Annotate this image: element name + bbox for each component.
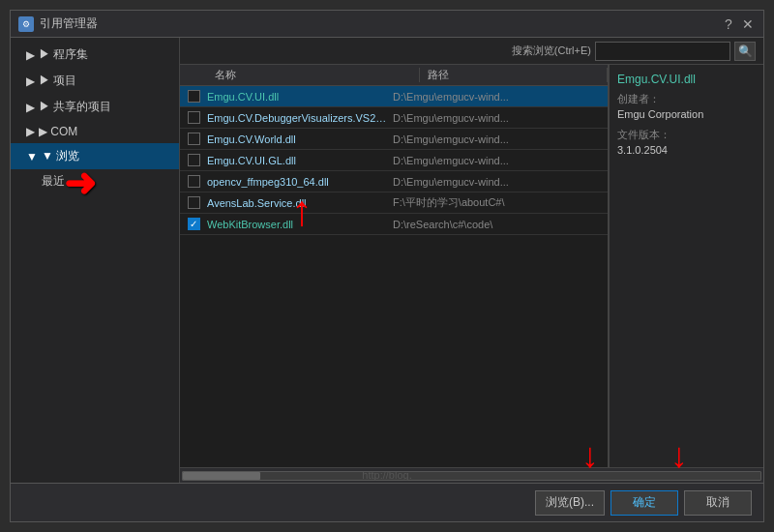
checkbox-row2[interactable] bbox=[188, 133, 200, 145]
checkbox-row0[interactable] bbox=[188, 90, 200, 103]
sidebar-item-com[interactable]: ▶ ▶ COM bbox=[11, 120, 179, 143]
file-name: Emgu.CV.World.dll bbox=[207, 133, 393, 145]
version-value: 3.1.0.2504 bbox=[617, 144, 756, 156]
shared-arrow: ▶ bbox=[26, 101, 35, 114]
table-row[interactable]: Emgu.CV.UI.GL.dll D:\Emgu\emgucv-wind... bbox=[180, 150, 608, 171]
checkbox-row3[interactable] bbox=[188, 154, 200, 166]
file-name: AvensLab.Service.dll bbox=[207, 197, 393, 209]
check-col bbox=[180, 154, 207, 166]
details-panel: Emgu.CV.UI.dll 创建者： Emgu Corporation 文件版… bbox=[609, 65, 763, 467]
sidebar-item-shared[interactable]: ▶ ▶ 共享的项目 bbox=[11, 94, 179, 120]
main-area: 搜索浏览(Ctrl+E) 🔍 名称 路径 bbox=[180, 38, 763, 483]
sidebar-item-browse[interactable]: ▼ ▼ 浏览 bbox=[11, 143, 179, 169]
watermark: http://blog. bbox=[362, 469, 411, 481]
window-controls: ? ✕ bbox=[721, 16, 756, 32]
cancel-button[interactable]: 取消 bbox=[684, 490, 752, 516]
file-list-panel: 名称 路径 Emgu.CV.UI.dll D:\Emgu\emgucv-wind… bbox=[180, 65, 609, 467]
file-name: Emgu.CV.UI.GL.dll bbox=[207, 155, 393, 166]
check-col bbox=[180, 111, 207, 124]
table-row[interactable]: opencv_ffmpeg310_64.dll D:\Emgu\emgucv-w… bbox=[180, 171, 608, 192]
app-icon: ⚙ bbox=[18, 16, 34, 32]
horizontal-scrollbar[interactable] bbox=[180, 467, 763, 483]
browse-arrow: ▼ bbox=[26, 150, 38, 163]
search-bar: 搜索浏览(Ctrl+E) 🔍 bbox=[180, 38, 763, 65]
checkbox-row4[interactable] bbox=[188, 175, 200, 188]
project-arrow: ▶ bbox=[26, 74, 35, 88]
scrollbar-thumb[interactable] bbox=[183, 472, 260, 480]
detail-filename: Emgu.CV.UI.dll bbox=[617, 73, 756, 86]
list-header: 名称 路径 bbox=[180, 65, 608, 86]
file-path: D:\Emgu\emgucv-wind... bbox=[393, 91, 608, 103]
browse-button[interactable]: 浏览(B)... bbox=[535, 490, 605, 516]
file-path: F:\平时的学习\aboutC#\ bbox=[393, 195, 608, 210]
title-bar-left: ⚙ 引用管理器 bbox=[18, 15, 98, 32]
dialog-body: ▶ ▶ 程序集 ▶ ▶ 项目 ▶ ▶ 共享的项目 ▶ ▶ COM ▼ ▼ 浏览 … bbox=[11, 38, 763, 483]
file-path: D:\Emgu\emgucv-wind... bbox=[393, 112, 608, 124]
checkbox-row1[interactable] bbox=[188, 111, 200, 124]
content-split: 名称 路径 Emgu.CV.UI.dll D:\Emgu\emgucv-wind… bbox=[180, 65, 763, 467]
sidebar-item-recent[interactable]: 最近 bbox=[11, 169, 179, 193]
table-row[interactable]: ✓ WebKitBrowser.dll D:\reSearch\c#\code\ bbox=[180, 214, 608, 235]
check-col bbox=[180, 90, 207, 103]
table-row[interactable]: Emgu.CV.UI.dll D:\Emgu\emgucv-wind... bbox=[180, 86, 608, 107]
file-name: opencv_ffmpeg310_64.dll bbox=[207, 176, 393, 188]
search-input[interactable] bbox=[595, 42, 730, 61]
check-col: ✓ bbox=[180, 218, 207, 230]
file-path: D:\reSearch\c#\code\ bbox=[393, 219, 608, 230]
checkbox-row6[interactable]: ✓ bbox=[188, 218, 200, 230]
sidebar-item-assemblies[interactable]: ▶ ▶ 程序集 bbox=[11, 42, 179, 68]
check-col bbox=[180, 175, 207, 188]
file-name: Emgu.CV.DebuggerVisualizers.VS2017.dll bbox=[207, 112, 393, 124]
scrollbar-track[interactable] bbox=[182, 471, 761, 481]
sidebar: ▶ ▶ 程序集 ▶ ▶ 项目 ▶ ▶ 共享的项目 ▶ ▶ COM ▼ ▼ 浏览 … bbox=[11, 38, 180, 483]
file-name: WebKitBrowser.dll bbox=[207, 219, 393, 230]
check-col bbox=[180, 133, 207, 145]
creator-label: 创建者： bbox=[617, 92, 756, 106]
footer: 浏览(B)... 确定 取消 bbox=[11, 483, 763, 521]
sidebar-item-project[interactable]: ▶ ▶ 项目 bbox=[11, 68, 179, 94]
com-arrow: ▶ bbox=[26, 125, 35, 138]
table-row[interactable]: Emgu.CV.World.dll D:\Emgu\emgucv-wind... bbox=[180, 129, 608, 150]
version-label: 文件版本： bbox=[617, 128, 756, 142]
col-path: 路径 bbox=[420, 68, 608, 82]
file-path: D:\Emgu\emgucv-wind... bbox=[393, 155, 608, 166]
table-row[interactable]: Emgu.CV.DebuggerVisualizers.VS2017.dll D… bbox=[180, 107, 608, 129]
title-bar: ⚙ 引用管理器 ? ✕ bbox=[11, 11, 763, 38]
file-path: D:\Emgu\emgucv-wind... bbox=[393, 176, 608, 188]
file-path: D:\Emgu\emgucv-wind... bbox=[393, 133, 608, 145]
close-button[interactable]: ✕ bbox=[740, 16, 756, 32]
col-name: 名称 bbox=[207, 68, 420, 82]
table-row[interactable]: AvensLab.Service.dll F:\平时的学习\aboutC#\ bbox=[180, 192, 608, 214]
file-name: Emgu.CV.UI.dll bbox=[207, 91, 393, 103]
search-label: 搜索浏览(Ctrl+E) bbox=[512, 44, 591, 58]
dialog-reference-manager: ⚙ 引用管理器 ? ✕ ▶ ▶ 程序集 ▶ ▶ 项目 ▶ ▶ 共享的项目 ▶ bbox=[10, 10, 764, 522]
checkbox-row5[interactable] bbox=[188, 196, 200, 209]
search-button[interactable]: 🔍 bbox=[734, 42, 756, 61]
assemblies-arrow: ▶ bbox=[26, 48, 35, 62]
check-col bbox=[180, 196, 207, 209]
dialog-title: 引用管理器 bbox=[40, 15, 98, 32]
help-button[interactable]: ? bbox=[721, 16, 736, 32]
creator-value: Emgu Corporation bbox=[617, 108, 756, 120]
ok-button[interactable]: 确定 bbox=[610, 490, 678, 516]
